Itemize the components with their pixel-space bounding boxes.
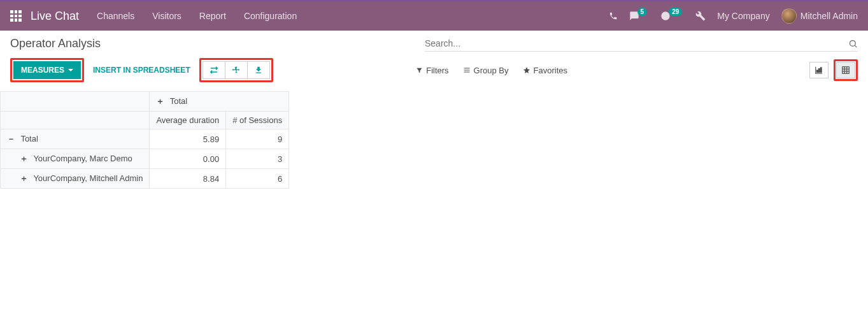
- plus-icon[interactable]: ＋: [20, 153, 27, 164]
- cell-value: 5.89: [150, 129, 226, 149]
- row-header-total[interactable]: － Total: [1, 129, 150, 149]
- search-bar[interactable]: [425, 36, 858, 52]
- svg-rect-4: [820, 68, 822, 73]
- user-name: Mitchell Admin: [800, 11, 858, 21]
- funnel-icon: [416, 67, 423, 74]
- messages-icon[interactable]: 5: [629, 11, 650, 21]
- highlight-measures: MEASURES: [10, 58, 84, 82]
- pivot-table: ＋ Total Average duration # of Sessions －…: [0, 91, 289, 189]
- list-icon: [463, 66, 471, 74]
- download-button[interactable]: [248, 61, 270, 79]
- apps-icon[interactable]: [10, 10, 22, 22]
- messages-badge: 5: [637, 8, 648, 16]
- cell-value: 8.84: [150, 169, 226, 189]
- menu-channels[interactable]: Channels: [97, 11, 134, 21]
- favorites-button[interactable]: Favorites: [523, 66, 567, 75]
- user-menu[interactable]: Mitchell Admin: [781, 8, 858, 24]
- menu-visitors[interactable]: Visitors: [152, 11, 181, 21]
- row-header-mitchell[interactable]: ＋ YourCompany, Mitchell Admin: [1, 169, 150, 189]
- phone-icon[interactable]: [609, 11, 618, 20]
- expand-all-button[interactable]: [225, 61, 248, 79]
- highlight-pivot-view: [834, 59, 858, 81]
- company-switcher[interactable]: My Company: [717, 11, 769, 21]
- filters-button[interactable]: Filters: [416, 66, 448, 75]
- pivot-view-button[interactable]: [836, 62, 855, 78]
- avatar: [781, 8, 797, 24]
- star-icon: [523, 66, 530, 74]
- measure-avg-duration: Average duration: [150, 112, 226, 129]
- measure-sessions: # of Sessions: [226, 112, 289, 129]
- table-row: － Total 5.89 9: [1, 129, 289, 149]
- minus-icon[interactable]: －: [7, 133, 15, 145]
- insert-spreadsheet-button[interactable]: INSERT IN SPREADSHEET: [93, 66, 190, 75]
- plus-icon[interactable]: ＋: [20, 173, 27, 184]
- cell-value: 3: [226, 149, 289, 169]
- menu-configuration[interactable]: Configuration: [244, 11, 297, 21]
- menu-report[interactable]: Report: [199, 11, 226, 21]
- row-header-marc[interactable]: ＋ YourCompany, Marc Demo: [1, 149, 150, 169]
- col-header-total[interactable]: ＋ Total: [150, 92, 289, 112]
- measures-button[interactable]: MEASURES: [13, 61, 81, 79]
- svg-rect-2: [817, 70, 818, 73]
- bar-chart-icon: [815, 66, 823, 75]
- plus-icon[interactable]: ＋: [156, 96, 164, 107]
- search-input[interactable]: [425, 38, 848, 48]
- page-title: Operator Analysis: [10, 37, 101, 50]
- caret-down-icon: [68, 69, 73, 71]
- pivot-table-wrap: ＋ Total Average duration # of Sessions －…: [0, 91, 868, 189]
- main-menu: Channels Visitors Report Configuration: [97, 11, 297, 21]
- cell-value: 6: [226, 169, 289, 189]
- activities-icon[interactable]: 29: [660, 11, 684, 21]
- graph-view-button[interactable]: [809, 62, 829, 78]
- svg-rect-3: [818, 69, 820, 73]
- svg-line-1: [855, 45, 857, 47]
- flip-axis-button[interactable]: [203, 61, 225, 79]
- highlight-tools: [199, 58, 273, 82]
- table-row: ＋ YourCompany, Mitchell Admin 8.84 6: [1, 169, 289, 189]
- groupby-button[interactable]: Group By: [463, 66, 509, 75]
- cell-value: 0.00: [150, 149, 226, 169]
- activities-badge: 29: [669, 8, 682, 16]
- svg-point-0: [850, 40, 856, 46]
- pivot-icon: [841, 66, 850, 75]
- debug-icon[interactable]: [695, 11, 706, 21]
- table-row: ＋ YourCompany, Marc Demo 0.00 3: [1, 149, 289, 169]
- search-icon[interactable]: [848, 39, 858, 48]
- app-brand[interactable]: Live Chat: [31, 10, 79, 23]
- svg-rect-5: [843, 67, 850, 74]
- cell-value: 9: [226, 129, 289, 149]
- top-navbar: Live Chat Channels Visitors Report Confi…: [0, 1, 868, 31]
